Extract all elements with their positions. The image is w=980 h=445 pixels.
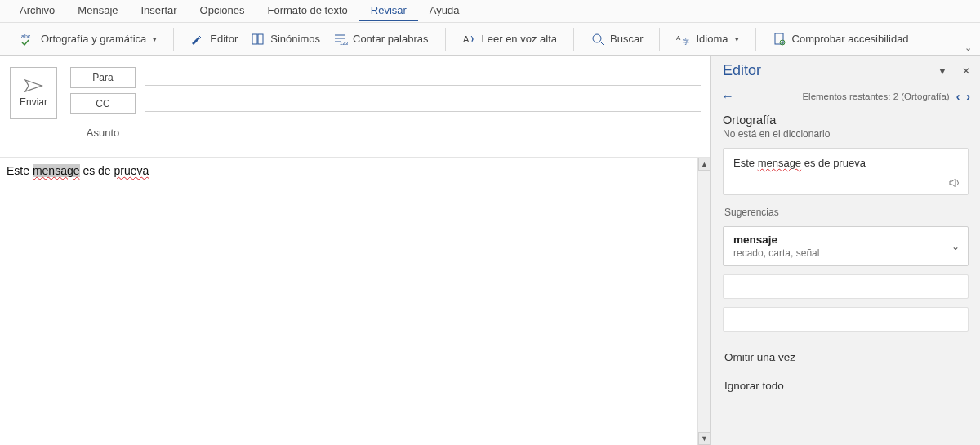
search-icon [590, 32, 605, 47]
next-issue-button[interactable]: › [966, 90, 970, 103]
language-icon: A字 [676, 32, 691, 47]
subject-label: Asunto [70, 127, 136, 139]
message-body[interactable]: Este mensage es de prueva ▲ ▼ [0, 157, 710, 445]
suggestion-synonyms: recado, carta, señal [733, 247, 958, 259]
suggestion-item[interactable]: mensaje recado, carta, señal ⌄ [723, 226, 969, 266]
ignore-all-button[interactable]: Ignorar todo [711, 372, 980, 400]
check-accessibility-button[interactable]: Comprobar accesibilidad [766, 29, 915, 50]
not-in-dictionary-label: No está en el diccionario [723, 128, 969, 140]
menu-revisar[interactable]: Revisar [359, 1, 418, 21]
pane-options-button[interactable]: ▼ [938, 65, 947, 77]
editor-pane: Editor ▼ ✕ ← Elementos restantes: 2 (Ort… [710, 56, 980, 445]
wordcount-button[interactable]: 123 Contar palabras [327, 29, 435, 50]
send-button[interactable]: Enviar [10, 67, 57, 119]
svg-text:A: A [463, 34, 470, 44]
ribbon: abc Ortografía y gramática ▾ Editor Sinó… [0, 23, 980, 56]
search-button[interactable]: Buscar [584, 29, 649, 50]
editor-label: Editor [210, 33, 238, 45]
svg-text:字: 字 [683, 38, 689, 46]
suggestion-placeholder[interactable] [723, 307, 969, 332]
subject-field[interactable] [145, 124, 701, 140]
body-error-2[interactable]: prueva [114, 164, 149, 177]
editor-back-button[interactable]: ← [721, 89, 734, 104]
menu-opciones[interactable]: Opciones [189, 1, 256, 21]
cc-button[interactable]: CC [70, 93, 136, 114]
chevron-down-icon: ▾ [735, 35, 739, 43]
context-card: Este mensage es de prueva [723, 148, 969, 195]
synonyms-label: Sinónimos [270, 33, 320, 45]
menu-formato[interactable]: Formato de texto [256, 1, 359, 21]
editor-section-title: Ortografía [723, 113, 969, 127]
speak-button[interactable] [948, 176, 961, 189]
scroll-down-icon[interactable]: ▼ [698, 432, 710, 445]
menu-bar: Archivo Mensaje Insertar Opciones Format… [0, 0, 980, 23]
pen-icon [190, 32, 205, 47]
check-accessibility-label: Comprobar accesibilidad [792, 33, 909, 45]
editor-pane-title: Editor [723, 62, 761, 79]
skip-once-button[interactable]: Omitir una vez [711, 343, 980, 372]
body-text-mid: es de [80, 164, 114, 177]
spelling-grammar-button[interactable]: abc Ortografía y gramática ▾ [15, 29, 163, 50]
to-field[interactable] [145, 69, 701, 86]
language-button[interactable]: A字 Idioma ▾ [670, 29, 745, 50]
main-area: Enviar Para CC Asunto Este mensage e [0, 56, 980, 445]
send-label: Enviar [20, 96, 47, 108]
suggestion-placeholder[interactable] [723, 274, 969, 299]
svg-rect-2 [258, 34, 263, 44]
wordcount-label: Contar palabras [353, 33, 429, 45]
language-label: Idioma [696, 33, 728, 45]
synonyms-button[interactable]: Sinónimos [244, 29, 327, 50]
body-scrollbar[interactable]: ▲ ▼ [697, 158, 710, 445]
scroll-up-icon[interactable]: ▲ [698, 158, 710, 171]
editor-button[interactable]: Editor [184, 29, 244, 50]
svg-text:123: 123 [340, 41, 348, 46]
context-pre: Este [733, 157, 758, 169]
body-text-pre: Este [7, 164, 33, 177]
to-button[interactable]: Para [70, 67, 136, 88]
menu-insertar[interactable]: Insertar [130, 1, 189, 21]
compose-pane: Enviar Para CC Asunto Este mensage e [0, 56, 710, 445]
svg-text:A: A [676, 34, 681, 42]
chevron-down-icon[interactable]: ⌄ [951, 241, 960, 252]
menu-mensaje[interactable]: Mensaje [66, 1, 129, 21]
svg-point-8 [593, 34, 601, 42]
body-error-1[interactable]: mensage [33, 164, 80, 177]
chevron-down-icon: ▾ [153, 35, 157, 43]
ribbon-collapse-button[interactable]: ⌄ [961, 41, 975, 55]
svg-text:abc: abc [21, 33, 31, 39]
read-aloud-icon: A [462, 32, 477, 47]
svg-rect-1 [252, 34, 257, 44]
suggestion-main: mensaje [733, 234, 958, 246]
menu-ayuda[interactable]: Ayuda [418, 1, 471, 21]
svg-rect-12 [775, 33, 783, 44]
search-label: Buscar [610, 33, 643, 45]
book-icon [251, 32, 265, 47]
svg-line-9 [600, 42, 604, 45]
context-post: es de prueva [801, 157, 866, 169]
context-error: mensage [758, 157, 801, 169]
spelling-grammar-label: Ortografía y gramática [41, 33, 146, 45]
accessibility-icon [773, 32, 787, 47]
cc-field[interactable] [145, 96, 701, 112]
prev-issue-button[interactable]: ‹ [956, 90, 960, 103]
pane-close-button[interactable]: ✕ [962, 65, 970, 77]
read-aloud-button[interactable]: A Leer en voz alta [456, 29, 564, 50]
read-aloud-label: Leer en voz alta [482, 33, 558, 45]
menu-archivo[interactable]: Archivo [8, 1, 66, 21]
send-icon [24, 78, 43, 93]
remaining-label: Elementos restantes: 2 (Ortografía) [802, 91, 949, 101]
abc-check-icon: abc [21, 32, 36, 47]
suggestions-label: Sugerencias [724, 207, 969, 218]
wordcount-icon: 123 [333, 32, 348, 47]
